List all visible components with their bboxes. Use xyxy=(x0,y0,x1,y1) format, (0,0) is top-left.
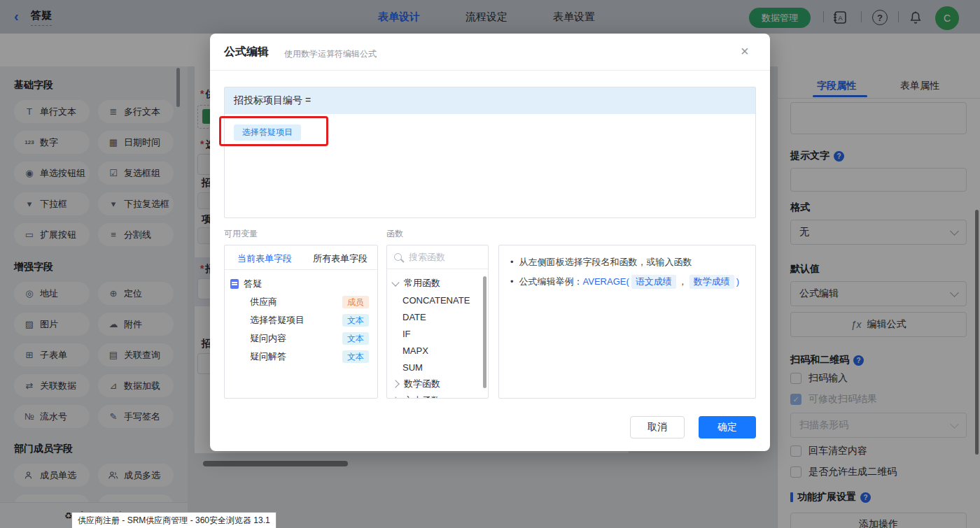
function-search-box[interactable] xyxy=(387,245,488,269)
confirm-button[interactable]: 确定 xyxy=(699,416,756,438)
tree-field-question-content[interactable]: 疑问内容 文本 xyxy=(225,329,377,348)
function-item[interactable]: MAPX xyxy=(387,342,488,359)
example-field-chip: 语文成绩 xyxy=(631,275,676,289)
tip-line-2: • 公式编辑举例： AVERAGE( 语文成绩 ， 数学成绩 ) xyxy=(510,275,744,289)
tip-line-1: •从左侧面板选择字段名和函数，或输入函数 xyxy=(510,255,744,269)
tab-all-form-fields[interactable]: 所有表单字段 xyxy=(313,252,368,265)
app-window: ‹ 答疑 表单设计 流程设定 表单设置 数据管理 A ? C 表单外链 后端脚本… xyxy=(0,0,980,528)
example-field-chip: 数学成绩 xyxy=(690,275,734,289)
tips-panel: •从左侧面板选择字段名和函数，或输入函数 • 公式编辑举例： AVERAGE( … xyxy=(498,245,756,399)
caret-right-icon xyxy=(391,380,399,387)
tree-field-question-answer[interactable]: 疑问解答 文本 xyxy=(225,348,377,366)
field-type-badge: 文本 xyxy=(342,350,369,363)
function-item[interactable]: SUM xyxy=(387,359,488,376)
tree-field-supplier[interactable]: 供应商 成员 xyxy=(225,293,377,311)
function-item[interactable]: DATE xyxy=(387,308,488,325)
variables-section-label: 可用变量 xyxy=(224,228,258,240)
functions-scrollbar[interactable] xyxy=(483,276,486,388)
field-type-badge: 文本 xyxy=(342,332,369,345)
modal-subtitle: 使用数学运算符编辑公式 xyxy=(284,48,377,60)
functions-panel: 常用函数 CONCATENATE DATE IF MAPX SUM 数学函数 文… xyxy=(386,245,489,399)
tree-node-form[interactable]: 答疑 xyxy=(225,275,377,293)
search-icon xyxy=(394,253,402,261)
search-input[interactable] xyxy=(407,251,473,263)
modal-title: 公式编辑 xyxy=(224,45,269,59)
formula-editor-area[interactable]: 招投标项目编号 = 选择答疑项目 xyxy=(224,87,756,218)
variables-panel: 当前表单字段 所有表单字段 答疑 供应商 成员 选择答疑项目 文本 疑问内容 文… xyxy=(224,245,378,399)
divider xyxy=(210,70,770,71)
function-item[interactable]: IF xyxy=(387,325,488,342)
field-type-badge: 文本 xyxy=(342,314,369,327)
functions-section-label: 函数 xyxy=(386,228,403,240)
tree-field-select-project[interactable]: 选择答疑项目 文本 xyxy=(225,311,377,329)
function-group-math[interactable]: 数学函数 xyxy=(387,376,488,392)
function-item[interactable]: CONCATENATE xyxy=(387,292,488,308)
browser-taskbar-tooltip: 供应商注册 - SRM供应商管理 - 360安全浏览器 13.1 xyxy=(71,512,276,528)
annotation-highlight-rect xyxy=(219,116,328,146)
close-icon[interactable]: × xyxy=(741,43,749,59)
field-type-badge: 成员 xyxy=(342,296,369,308)
cancel-button[interactable]: 取消 xyxy=(630,416,685,438)
form-doc-icon xyxy=(230,279,239,289)
function-group-text[interactable]: 文本函数 xyxy=(387,392,488,399)
formula-edit-modal: 公式编辑 使用数学运算符编辑公式 × 招投标项目编号 = 选择答疑项目 可用变量… xyxy=(210,34,770,451)
tab-current-form-fields[interactable]: 当前表单字段 xyxy=(237,252,292,265)
caret-down-icon xyxy=(391,278,399,286)
divider xyxy=(225,269,377,270)
example-function-name: AVERAGE( xyxy=(583,275,629,289)
function-group-common[interactable]: 常用函数 xyxy=(387,275,488,292)
caret-right-icon xyxy=(391,397,399,399)
formula-target-strip: 招投标项目编号 = xyxy=(225,87,755,114)
